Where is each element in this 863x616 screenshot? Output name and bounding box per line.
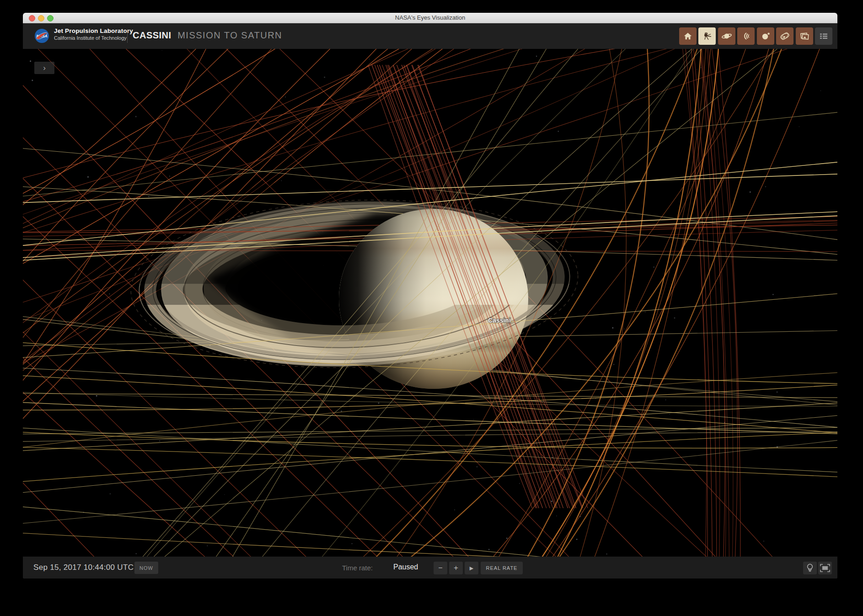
rings-icon xyxy=(740,31,751,42)
titlebar: NASA's Eyes Visualization xyxy=(23,13,837,23)
orbits-icon xyxy=(779,31,790,42)
spacecraft-view-button[interactable] xyxy=(698,27,716,45)
viewport-3d[interactable]: › xyxy=(23,49,837,557)
view-toolbar xyxy=(679,27,833,45)
home-view-button[interactable] xyxy=(679,27,697,45)
org-line1: Jet Propulsion Laboratory xyxy=(54,27,133,34)
mission-title: CASSINI MISSION TO SATURN xyxy=(133,30,282,41)
saturn-scene: Cassini xyxy=(23,49,837,557)
time-rate-label: Time rate: xyxy=(342,564,373,572)
spacecraft-label[interactable]: Cassini xyxy=(488,317,511,324)
app-window: NASA's Eyes Visualization NASA Jet Propu… xyxy=(23,13,837,579)
rings-view-button[interactable] xyxy=(737,27,755,45)
expand-panel-button[interactable]: › xyxy=(34,62,54,74)
play-button[interactable]: ▶ xyxy=(465,562,478,574)
saturn-view-button[interactable] xyxy=(718,27,735,45)
org-line2: California Institute of Technology xyxy=(54,35,133,41)
app-header: NASA Jet Propulsion Laboratory Californi… xyxy=(23,23,837,49)
fullscreen-icon xyxy=(820,564,830,572)
menu-list-button[interactable] xyxy=(815,27,832,45)
chevron-right-icon: › xyxy=(43,64,46,73)
orbits-view-button[interactable] xyxy=(776,27,793,45)
lightbulb-icon xyxy=(805,563,815,573)
time-rate-value: Paused xyxy=(393,563,418,571)
list-icon xyxy=(818,31,829,42)
mission-name: CASSINI xyxy=(133,30,172,40)
current-datetime: Sep 15, 2017 10:44:00 UTC xyxy=(33,563,134,572)
now-button[interactable]: NOW xyxy=(134,562,158,574)
fullscreen-button[interactable] xyxy=(818,562,832,574)
header-divider xyxy=(127,29,128,43)
mission-subtitle: MISSION TO SATURN xyxy=(177,30,282,40)
real-rate-button[interactable]: REAL RATE xyxy=(481,562,523,574)
nasa-logo-icon: NASA xyxy=(35,29,49,43)
decrease-rate-button[interactable]: − xyxy=(434,562,447,574)
increase-rate-button[interactable]: + xyxy=(449,562,463,574)
lighting-button[interactable] xyxy=(803,562,817,574)
organization-name: Jet Propulsion Laboratory California Ins… xyxy=(54,27,133,41)
moons-view-button[interactable] xyxy=(757,27,774,45)
window-title: NASA's Eyes Visualization xyxy=(23,13,837,23)
home-icon xyxy=(683,31,693,41)
saturn-icon xyxy=(721,31,732,42)
time-controls-bar: Sep 15, 2017 10:44:00 UTC NOW Time rate:… xyxy=(23,557,837,579)
media-view-button[interactable] xyxy=(796,27,813,45)
moon-icon xyxy=(760,31,771,42)
spacecraft-icon xyxy=(702,31,713,42)
images-icon xyxy=(799,31,810,42)
